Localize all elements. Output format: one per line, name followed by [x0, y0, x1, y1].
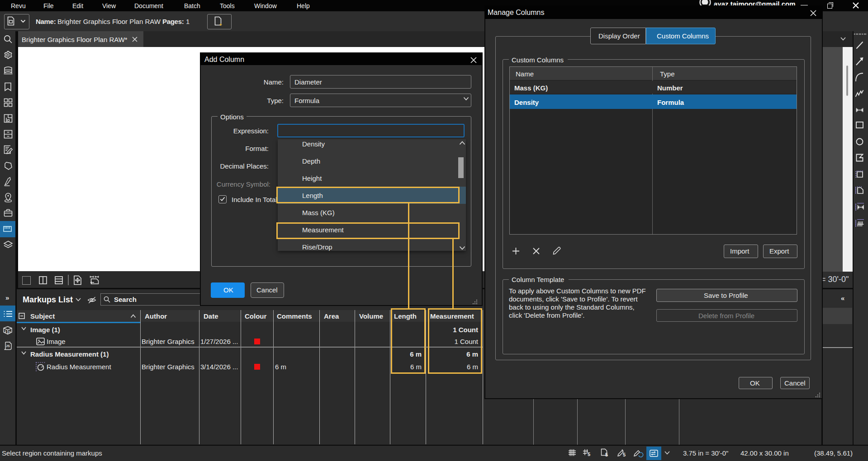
svg-text:JS: JS: [6, 344, 10, 348]
svg-text:5: 5: [623, 452, 626, 457]
svg-text:3: 3: [5, 330, 6, 333]
svg-text:5: 5: [605, 452, 608, 457]
svg-text:5: 5: [588, 452, 590, 457]
svg-text:D: D: [9, 330, 11, 334]
